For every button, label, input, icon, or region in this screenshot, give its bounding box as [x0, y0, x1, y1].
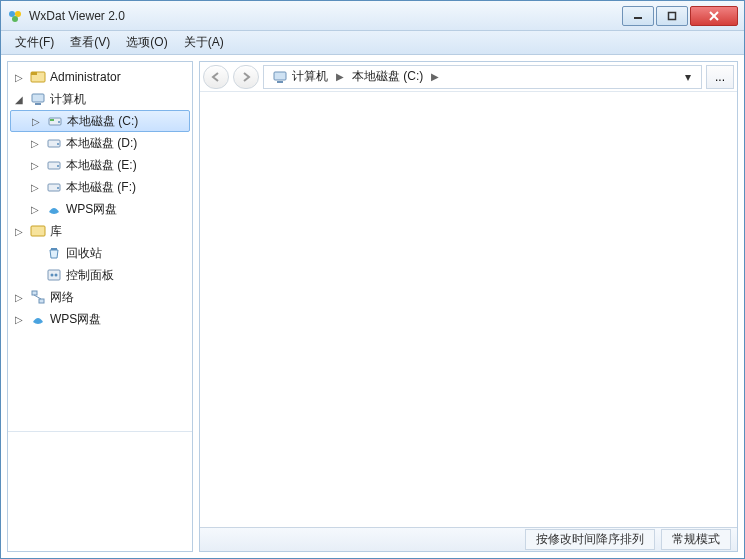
computer-icon — [272, 69, 288, 85]
svg-point-2 — [12, 16, 18, 22]
tree-item-label: 计算机 — [50, 91, 86, 108]
tree-item-label: 回收站 — [66, 245, 102, 262]
close-button[interactable] — [690, 6, 738, 26]
expand-icon[interactable]: ▷ — [12, 226, 26, 237]
tree-item[interactable]: 回收站 — [10, 242, 190, 264]
svg-point-0 — [9, 11, 15, 17]
library-icon — [30, 223, 46, 239]
network-icon — [30, 289, 46, 305]
menu-about[interactable]: 关于(A) — [176, 32, 232, 53]
tree-item-label: 本地磁盘 (F:) — [66, 179, 136, 196]
expand-icon[interactable]: ▷ — [28, 204, 42, 215]
more-button[interactable]: ... — [706, 65, 734, 89]
tree-item[interactable]: ▷Administrator — [10, 66, 190, 88]
status-sort[interactable]: 按修改时间降序排列 — [525, 529, 655, 550]
svg-rect-10 — [35, 103, 41, 105]
expand-icon[interactable]: ▷ — [12, 314, 26, 325]
wps-icon — [46, 201, 62, 217]
svg-rect-4 — [669, 12, 676, 19]
window-controls — [620, 6, 738, 26]
nav-back-button[interactable] — [203, 65, 229, 89]
titlebar: WxDat Viewer 2.0 — [1, 1, 744, 31]
status-mode[interactable]: 常规模式 — [661, 529, 731, 550]
menu-options[interactable]: 选项(O) — [118, 32, 175, 53]
svg-point-24 — [55, 274, 58, 277]
tree-item[interactable]: ◢计算机 — [10, 88, 190, 110]
svg-rect-21 — [51, 248, 57, 250]
svg-rect-29 — [277, 81, 283, 83]
tree-item-label: 网络 — [50, 289, 74, 306]
svg-rect-12 — [50, 119, 54, 121]
menubar: 文件(F) 查看(V) 选项(O) 关于(A) — [1, 31, 744, 55]
svg-point-17 — [57, 165, 59, 167]
tree-item[interactable]: ▷本地磁盘 (D:) — [10, 132, 190, 154]
tree-item-label: 库 — [50, 223, 62, 240]
tree-item[interactable]: ▷网络 — [10, 286, 190, 308]
arrow-right-icon — [240, 71, 252, 83]
app-icon — [7, 8, 23, 24]
breadcrumb-root[interactable]: 计算机 — [268, 66, 332, 88]
breadcrumb-root-label: 计算机 — [292, 68, 328, 85]
maximize-button[interactable] — [656, 6, 688, 26]
expand-icon[interactable]: ▷ — [29, 116, 43, 127]
tree-item-label: 本地磁盘 (E:) — [66, 157, 137, 174]
drive-icon — [46, 179, 62, 195]
breadcrumb-current-label: 本地磁盘 (C:) — [352, 68, 423, 85]
tree-item[interactable]: ▷库 — [10, 220, 190, 242]
expand-icon[interactable]: ▷ — [28, 138, 42, 149]
more-button-label: ... — [715, 70, 725, 84]
sidebar-bottom-panel — [8, 431, 192, 551]
svg-rect-20 — [31, 226, 45, 236]
expand-icon[interactable]: ▷ — [12, 72, 26, 83]
breadcrumb-separator-icon: ▶ — [332, 71, 348, 82]
file-list-area[interactable] — [200, 92, 737, 527]
tree-item[interactable]: ▷本地磁盘 (E:) — [10, 154, 190, 176]
tree-item[interactable]: ▷本地磁盘 (F:) — [10, 176, 190, 198]
svg-rect-8 — [31, 72, 37, 75]
breadcrumb-current[interactable]: 本地磁盘 (C:) — [348, 66, 427, 88]
app-window: WxDat Viewer 2.0 文件(F) 查看(V) 选项(O) 关于(A)… — [0, 0, 745, 559]
svg-point-23 — [51, 274, 54, 277]
arrow-left-icon — [210, 71, 222, 83]
address-bar: 计算机 ▶ 本地磁盘 (C:) ▶ ▾ ... — [200, 62, 737, 92]
computer-icon — [30, 91, 46, 107]
sidebar: ▷Administrator◢计算机▷本地磁盘 (C:)▷本地磁盘 (D:)▷本… — [7, 61, 193, 552]
svg-point-13 — [58, 121, 60, 123]
tree-item[interactable]: ▷WPS网盘 — [10, 308, 190, 330]
svg-rect-25 — [32, 291, 37, 295]
main-panel: 计算机 ▶ 本地磁盘 (C:) ▶ ▾ ... 按修改时间降序排列 常规模式 — [199, 61, 738, 552]
tree-item-label: WPS网盘 — [66, 201, 117, 218]
svg-rect-26 — [39, 299, 44, 303]
expand-icon[interactable]: ▷ — [12, 292, 26, 303]
svg-rect-9 — [32, 94, 44, 102]
svg-point-1 — [15, 11, 21, 17]
svg-rect-22 — [48, 270, 60, 280]
expand-icon[interactable]: ▷ — [28, 182, 42, 193]
tree-item[interactable]: 控制面板 — [10, 264, 190, 286]
breadcrumb-dropdown[interactable]: ▾ — [679, 70, 697, 84]
tree-item-label: 控制面板 — [66, 267, 114, 284]
menu-view[interactable]: 查看(V) — [62, 32, 118, 53]
window-title: WxDat Viewer 2.0 — [29, 9, 620, 23]
recycle-icon — [46, 245, 62, 261]
tree-item-label: 本地磁盘 (C:) — [67, 113, 138, 130]
tree-item-label: WPS网盘 — [50, 311, 101, 328]
wps-icon — [30, 311, 46, 327]
drive-icon — [46, 135, 62, 151]
control-icon — [46, 267, 62, 283]
nav-forward-button[interactable] — [233, 65, 259, 89]
tree-item[interactable]: ▷本地磁盘 (C:) — [10, 110, 190, 132]
collapse-icon[interactable]: ◢ — [12, 94, 26, 105]
breadcrumb-separator-icon: ▶ — [427, 71, 443, 82]
drive-c-icon — [47, 113, 63, 129]
tree-item-label: Administrator — [50, 70, 121, 84]
folder-tree[interactable]: ▷Administrator◢计算机▷本地磁盘 (C:)▷本地磁盘 (D:)▷本… — [8, 62, 192, 431]
breadcrumb-bar[interactable]: 计算机 ▶ 本地磁盘 (C:) ▶ ▾ — [263, 65, 702, 89]
tree-item[interactable]: ▷WPS网盘 — [10, 198, 190, 220]
minimize-button[interactable] — [622, 6, 654, 26]
statusbar: 按修改时间降序排列 常规模式 — [200, 527, 737, 551]
tree-item-label: 本地磁盘 (D:) — [66, 135, 137, 152]
menu-file[interactable]: 文件(F) — [7, 32, 62, 53]
expand-icon[interactable]: ▷ — [28, 160, 42, 171]
user-icon — [30, 69, 46, 85]
